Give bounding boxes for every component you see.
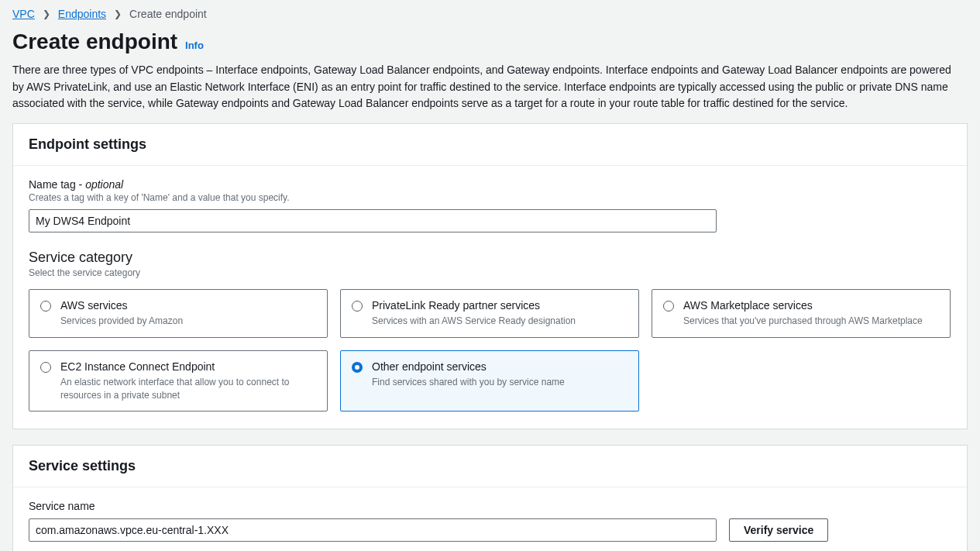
radio-title: AWS services — [60, 299, 316, 312]
service-category-field: Service category Select the service cate… — [29, 250, 951, 412]
breadcrumb-link-endpoints[interactable]: Endpoints — [58, 8, 106, 20]
page-intro-text: There are three types of VPC endpoints –… — [12, 62, 965, 123]
radio-icon — [663, 301, 674, 312]
radio-description: Find services shared with you by service… — [372, 376, 628, 389]
name-tag-input[interactable] — [29, 209, 717, 232]
service-settings-panel: Service settings Service name Verify ser… — [12, 445, 968, 551]
service-category-description: Select the service category — [29, 267, 951, 278]
radio-icon — [352, 362, 363, 373]
radio-title: PrivateLink Ready partner services — [372, 299, 628, 312]
radio-icon — [352, 301, 363, 312]
verify-service-button[interactable]: Verify service — [729, 518, 828, 542]
radio-aws-services[interactable]: AWS services Services provided by Amazon — [29, 289, 328, 338]
endpoint-settings-header: Endpoint settings — [13, 124, 967, 166]
service-name-input[interactable] — [29, 518, 717, 542]
radio-privatelink-partner[interactable]: PrivateLink Ready partner services Servi… — [340, 289, 639, 338]
radio-aws-marketplace[interactable]: AWS Marketplace services Services that y… — [652, 289, 951, 338]
name-tag-field: Name tag - optional Creates a tag with a… — [29, 178, 951, 232]
name-tag-label: Name tag - — [29, 178, 85, 191]
radio-icon — [40, 362, 51, 373]
breadcrumb-link-vpc[interactable]: VPC — [12, 8, 35, 20]
chevron-right-icon: ❯ — [114, 9, 122, 19]
radio-title: EC2 Instance Connect Endpoint — [60, 360, 316, 373]
radio-icon — [40, 301, 51, 312]
radio-description: Services with an AWS Service Ready desig… — [372, 315, 628, 328]
name-tag-description: Creates a tag with a key of 'Name' and a… — [29, 192, 951, 203]
radio-description: Services provided by Amazon — [60, 315, 316, 328]
service-name-label: Service name — [29, 500, 951, 512]
radio-description: Services that you've purchased through A… — [683, 315, 939, 328]
service-category-options: AWS services Services provided by Amazon… — [29, 289, 951, 412]
radio-ec2-instance-connect[interactable]: EC2 Instance Connect Endpoint An elastic… — [29, 350, 328, 412]
radio-title: AWS Marketplace services — [683, 299, 939, 312]
service-category-label: Service category — [29, 250, 951, 266]
chevron-right-icon: ❯ — [43, 9, 50, 19]
breadcrumb: VPC ❯ Endpoints ❯ Create endpoint — [12, 0, 968, 25]
service-settings-header: Service settings — [13, 446, 967, 487]
radio-other-endpoint-services[interactable]: Other endpoint services Find services sh… — [340, 350, 639, 412]
info-link[interactable]: Info — [185, 40, 204, 51]
breadcrumb-current: Create endpoint — [129, 8, 207, 20]
page-title: Create endpoint — [12, 29, 177, 53]
endpoint-settings-panel: Endpoint settings Name tag - optional Cr… — [12, 123, 968, 429]
name-tag-optional: optional — [85, 178, 123, 191]
radio-description: An elastic network interface that allow … — [60, 376, 316, 402]
radio-title: Other endpoint services — [372, 360, 628, 373]
